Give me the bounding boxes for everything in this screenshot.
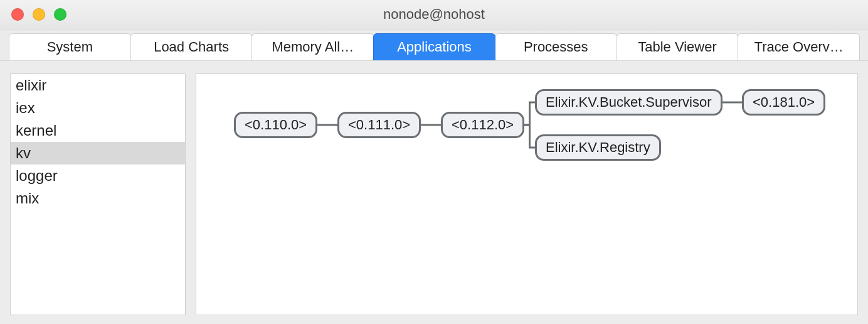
window-controls [11,8,66,21]
sidebar-item-label: mix [16,190,39,207]
sidebar-item-label: elixir [16,77,46,94]
tab-memory-all[interactable]: Memory All… [251,33,374,60]
process-node-label: <0.111.0> [348,117,410,132]
sidebar-item-label: kv [16,144,31,161]
tab-label: Table Viewer [638,39,717,55]
process-node-label: <0.112.0> [452,117,514,132]
process-node-label: Elixir.KV.Registry [546,139,650,155]
window-title: nonode@nohost [0,6,868,23]
tab-label: Trace Overv… [754,39,844,55]
tab-label: Load Charts [154,39,229,55]
sidebar-item-iex[interactable]: iex [11,97,185,119]
tab-load-charts[interactable]: Load Charts [130,33,253,60]
zoom-icon[interactable] [54,8,66,21]
tab-label: System [47,39,93,55]
tab-label: Applications [397,39,472,55]
process-node-label: <0.110.0> [245,117,307,132]
sidebar-item-elixir[interactable]: elixir [11,74,185,97]
sidebar-item-label: iex [16,99,35,116]
tree-edge [524,125,535,148]
tab-label: Memory All… [272,39,354,55]
process-node[interactable]: <0.112.0> [441,112,524,138]
sidebar-item-logger[interactable]: logger [11,165,185,187]
tab-label: Processes [524,39,588,55]
process-node[interactable]: <0.111.0> [337,112,421,138]
process-node[interactable]: Elixir.KV.Bucket.Supervisor [535,89,722,116]
sidebar-item-kv[interactable]: kv [11,142,185,165]
close-icon[interactable] [11,8,24,21]
content-area: elixiriexkernelkvloggermix <0.110.0><0.1… [0,61,868,324]
process-node[interactable]: <0.181.0> [742,89,825,116]
sidebar-item-mix[interactable]: mix [11,187,185,210]
application-list: elixiriexkernelkvloggermix [10,73,186,315]
tab-processes[interactable]: Processes [495,33,617,60]
tabbar: SystemLoad ChartsMemory All…Applications… [0,30,868,61]
tab-table-viewer[interactable]: Table Viewer [617,33,739,60]
process-tree-canvas[interactable]: <0.110.0><0.111.0><0.112.0>Elixir.KV.Buc… [196,73,858,315]
tab-trace-overv[interactable]: Trace Overv… [738,33,860,60]
tab-system[interactable]: System [9,33,131,60]
sidebar-item-label: kernel [16,122,56,139]
tab-applications[interactable]: Applications [373,33,495,60]
process-node[interactable]: Elixir.KV.Registry [535,134,661,161]
sidebar-item-kernel[interactable]: kernel [11,119,185,142]
process-node[interactable]: <0.110.0> [234,112,317,138]
minimize-icon[interactable] [33,8,45,21]
process-node-label: <0.181.0> [753,94,815,110]
process-node-label: Elixir.KV.Bucket.Supervisor [546,94,712,110]
tree-edge [524,102,535,125]
titlebar: nonode@nohost [0,0,868,30]
sidebar-item-label: logger [16,167,58,184]
